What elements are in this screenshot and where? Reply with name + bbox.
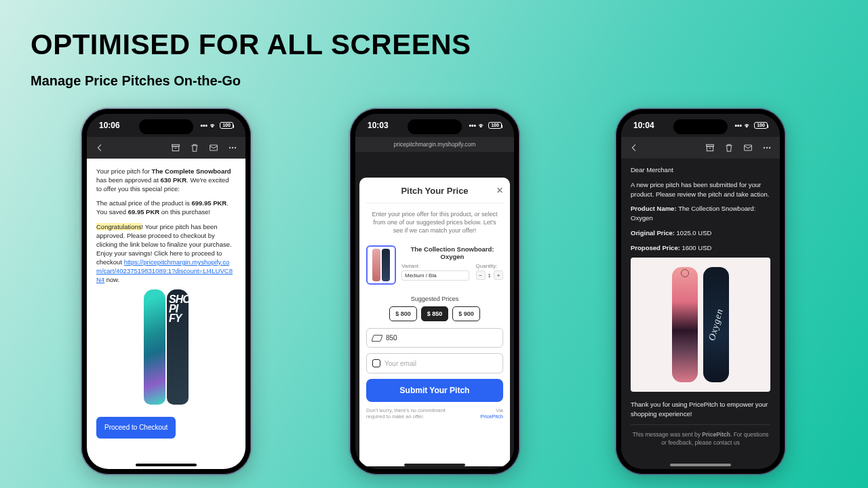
tag-icon	[371, 335, 382, 342]
product-image	[96, 289, 236, 405]
svg-point-11	[769, 147, 770, 148]
price-chip-selected[interactable]: $ 850	[421, 306, 449, 321]
snowboard-graphic	[672, 267, 698, 382]
svg-rect-1	[172, 146, 178, 151]
original-price-label: Original Price:	[631, 229, 677, 237]
page-title: OPTIMISED FOR ALL SCREENS	[31, 28, 471, 61]
greeting: Dear Merchant	[631, 165, 770, 175]
trash-icon[interactable]	[723, 142, 735, 154]
close-icon[interactable]: ✕	[496, 186, 503, 195]
checkbox-icon[interactable]	[372, 359, 380, 367]
email-text: Your price pitch for	[96, 167, 152, 175]
submit-pitch-button[interactable]: Submit Your Pitch	[366, 379, 503, 402]
mail-icon[interactable]	[208, 142, 220, 154]
email-text: has been approved at	[96, 176, 161, 184]
phone-mockup-1: 10:06 ••• ᯤ 100 Your price pitch for The…	[81, 108, 251, 474]
email-input[interactable]: Your email	[366, 353, 503, 373]
wifi-icon: ᯤ	[479, 122, 486, 129]
qty-minus-button[interactable]: −	[476, 270, 486, 280]
signal-icon: •••	[200, 122, 208, 129]
svg-rect-8	[745, 145, 752, 150]
product-image-panel	[631, 258, 770, 392]
svg-point-9	[764, 147, 764, 148]
mail-icon[interactable]	[742, 142, 754, 154]
snowboard-graphic	[167, 289, 189, 405]
email-text: now.	[104, 276, 119, 283]
back-icon[interactable]	[628, 142, 640, 154]
battery-icon: 100	[754, 122, 768, 129]
more-icon[interactable]	[226, 142, 239, 154]
price-chip[interactable]: $ 900	[452, 306, 480, 321]
sent-text: This message was sent by	[633, 431, 703, 438]
price-value: 850	[386, 334, 397, 342]
product-name-label: Product Name:	[631, 205, 678, 212]
email-body: Your price pitch for The Complete Snowbo…	[87, 159, 245, 469]
email-text: on this purchase!	[159, 208, 210, 216]
modal-description: Enter your price offer for this product,…	[366, 203, 503, 241]
email-placeholder: Your email	[384, 360, 416, 367]
email-text: The actual price of the product is	[96, 199, 191, 207]
dynamic-island	[408, 119, 462, 134]
proposed-price-value: 1600 USD	[682, 244, 712, 251]
wifi-icon: ᯤ	[210, 122, 217, 129]
intro-text: A new price pitch has been submitted for…	[631, 180, 770, 199]
product-name: The Collection Snowboard: Oxygen	[401, 245, 503, 260]
brand-name: PricePitch	[702, 431, 730, 438]
battery-icon: 100	[220, 122, 233, 129]
modal-title: Pitch Your Price	[401, 186, 468, 196]
archive-icon[interactable]	[704, 142, 716, 154]
price-chip[interactable]: $ 800	[389, 306, 417, 321]
trash-icon[interactable]	[189, 142, 201, 154]
pitch-modal: Pitch Your Price ✕ Enter your price offe…	[359, 178, 510, 466]
email-footer: This message was sent by PricePitch. For…	[631, 424, 770, 447]
approved-price: 630 PKR	[161, 176, 187, 184]
more-icon[interactable]	[761, 142, 773, 154]
dynamic-island	[673, 119, 728, 134]
browser-url[interactable]: pricepitchmargin.myshopify.com	[355, 137, 514, 152]
phone-mockup-3: 10:04 ••• ᯤ 100 Dear Merchant A new pric…	[616, 108, 785, 474]
brand-link[interactable]: PricePitch	[480, 413, 503, 420]
proposed-price-label: Proposed Price:	[631, 244, 682, 251]
status-time: 10:06	[99, 121, 120, 130]
merchant-email-body: Dear Merchant A new price pitch has been…	[621, 159, 780, 469]
svg-rect-7	[707, 146, 713, 151]
svg-point-3	[229, 147, 230, 148]
status-time: 10:04	[633, 121, 654, 130]
back-icon[interactable]	[94, 142, 106, 154]
original-price-value: 1025.0 USD	[677, 229, 712, 237]
svg-point-4	[232, 147, 233, 148]
home-indicator[interactable]	[670, 464, 731, 466]
suggested-label: Suggested Prices	[366, 296, 503, 302]
email-product: The Complete Snowboard	[152, 167, 231, 175]
page-subtitle: Manage Price Pitches On-the-Go	[31, 73, 241, 89]
wifi-icon: ᯤ	[745, 122, 751, 129]
archive-icon[interactable]	[170, 142, 182, 154]
status-time: 10:03	[368, 121, 389, 130]
snowboard-mini	[372, 249, 380, 281]
dynamic-island	[139, 119, 193, 134]
proceed-checkout-button[interactable]: Proceed to Checkout	[96, 417, 176, 439]
svg-point-10	[766, 147, 767, 148]
snowboard-graphic	[144, 289, 165, 405]
home-indicator[interactable]	[136, 464, 197, 466]
variant-label: Variant:	[401, 263, 469, 269]
home-indicator[interactable]	[404, 464, 465, 466]
snowboard-mini	[382, 249, 390, 281]
thank-you-text: Thank you for using PricePitch to empowe…	[631, 400, 770, 419]
qty-value: 1	[488, 272, 491, 279]
actual-price: 699.95 PKR	[191, 199, 226, 207]
quantity-label: Quantity:	[476, 263, 503, 269]
saved-amount: 69.95 PKR	[128, 208, 159, 216]
footer-disclaimer: Don't worry, there's no commitment requi…	[366, 407, 461, 420]
qty-plus-button[interactable]: +	[494, 270, 503, 280]
product-thumbnail[interactable]	[366, 245, 396, 285]
variant-select[interactable]: Medium / Bla	[401, 270, 469, 281]
via-label: Via	[496, 407, 503, 413]
phone-mockup-2: 10:03 ••• ᯤ 100 pricepitchmargin.myshopi…	[350, 108, 519, 474]
snowboard-graphic	[703, 267, 729, 382]
price-input[interactable]: 850	[366, 328, 503, 348]
signal-icon: •••	[469, 122, 476, 129]
mail-toolbar	[87, 137, 245, 159]
battery-icon: 100	[488, 122, 502, 129]
mail-toolbar	[621, 137, 780, 159]
